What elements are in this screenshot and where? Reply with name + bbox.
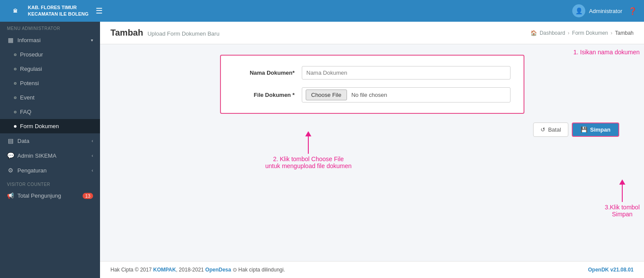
content-area: Nama Dokumen* File Dokumen * Choose File… — [100, 44, 644, 261]
dot-icon — [14, 125, 17, 128]
sidebar-item-label: Informasi — [17, 37, 40, 43]
form-row-file: File Dokumen * Choose File No file chose… — [234, 87, 511, 103]
form-card: Nama Dokumen* File Dokumen * Choose File… — [220, 55, 524, 114]
refresh-icon: ↺ — [541, 126, 545, 133]
arrow-line — [308, 136, 309, 154]
admin-user: 👤 Administrator — [572, 4, 622, 17]
dot-icon — [14, 111, 17, 113]
footer-middle-text: , 2018-2021 — [176, 267, 205, 273]
breadcrumb-current: Tambah — [615, 30, 634, 36]
sidebar-item-admin-sikema[interactable]: 💬 Admin SIKEMA ‹ — [0, 148, 100, 163]
no-file-text: No file chosen — [351, 92, 387, 98]
breadcrumb-dashboard[interactable]: Dashboard — [540, 30, 565, 36]
page-subtitle: Upload Form Dokumen Baru — [147, 30, 219, 37]
sidebar-item-label: Potensi — [20, 80, 39, 86]
sidebar-item-label: Admin SIKEMA — [17, 152, 57, 159]
admin-label: Administrator — [589, 8, 622, 14]
footer-version: OpenDK v21.08.01 — [588, 267, 634, 273]
sidebar-item-label: Regulasi — [20, 66, 42, 72]
chevron-right-icon: ‹ — [92, 168, 93, 173]
sidebar-item-label: Prosedur — [20, 51, 43, 58]
grid-icon: ▦ — [7, 36, 14, 43]
sidebar-item-form-dokumen[interactable]: Form Dokumen — [0, 119, 100, 133]
dot-icon — [14, 82, 17, 85]
sidebar-item-prosedur[interactable]: Prosedur — [0, 47, 100, 62]
footer-kompak-link[interactable]: KOMPAK — [153, 267, 176, 273]
action-bar: ↺ Batal 💾 Simpan — [110, 122, 619, 137]
annotation-step1-text: 1. Isikan nama dokumen — [573, 49, 640, 56]
sidebar-item-regulasi[interactable]: Regulasi — [0, 62, 100, 76]
footer-copyright-text: Hak Cipta © 2017 — [110, 267, 153, 273]
annotation-step3: 3.Klik tombol Simpan — [605, 179, 640, 218]
logo-icon: 🏛 — [7, 3, 23, 19]
sidebar: MENU ADMINISTRATOR ▦ Informasi ▾ Prosedu… — [0, 22, 100, 278]
footer: Hak Cipta © 2017 KOMPAK, 2018-2021 OpenD… — [100, 261, 644, 278]
megaphone-icon: 📢 — [7, 192, 14, 199]
save-icon: 💾 — [581, 126, 587, 133]
page-title-area: Tambah Upload Form Dokumen Baru — [110, 28, 220, 38]
avatar: 👤 — [572, 4, 585, 17]
file-dokumen-label: File Dokumen * — [234, 92, 295, 98]
top-header: 🏛 KAB. FLORES TIMUR KECAMATAN ILE BOLENG… — [0, 0, 644, 22]
logo-line1: KAB. FLORES TIMUR — [28, 4, 89, 11]
footer-copyright: Hak Cipta © 2017 KOMPAK, 2018-2021 OpenD… — [110, 267, 285, 273]
annotation-step3-line2: Simpan — [605, 211, 640, 218]
visitor-badge: 13 — [83, 193, 93, 199]
dot-icon — [14, 53, 17, 56]
dot-icon — [14, 68, 17, 70]
page-header: Tambah Upload Form Dokumen Baru 🏠 Dashbo… — [100, 22, 644, 44]
sidebar-item-label: FAQ — [20, 109, 31, 115]
header-left: 🏛 KAB. FLORES TIMUR KECAMATAN ILE BOLENG — [7, 3, 89, 19]
annotation-step2: 2. Klik tombol Choose File untuk mengupl… — [265, 131, 351, 169]
visitor-counter-item: 📢 Total Pengunjung 13 — [0, 189, 100, 203]
nama-dokumen-input[interactable] — [302, 66, 511, 79]
form-row-nama: Nama Dokumen* — [234, 66, 511, 79]
main-content: Tambah Upload Form Dokumen Baru 🏠 Dashbo… — [100, 22, 644, 278]
hamburger-icon[interactable]: ☰ — [96, 6, 103, 16]
comment-icon: 💬 — [7, 152, 14, 159]
sidebar-item-label: Data — [17, 138, 29, 144]
breadcrumb: 🏠 Dashboard › Form Dokumen › Tambah — [531, 30, 634, 36]
sidebar-item-data[interactable]: ▤ Data ‹ — [0, 133, 100, 148]
github-icon: ⊙ — [231, 267, 237, 273]
chevron-down-icon: ▾ — [91, 38, 93, 43]
breadcrumb-form-dokumen[interactable]: Form Dokumen — [572, 30, 608, 36]
logo-text: KAB. FLORES TIMUR KECAMATAN ILE BOLENG — [28, 4, 89, 18]
sidebar-item-pengaturan[interactable]: ⚙ Pengaturan ‹ — [0, 163, 100, 178]
logo-line2: KECAMATAN ILE BOLENG — [28, 11, 89, 17]
footer-protected-text: Hak cipta dilindungi. — [237, 267, 285, 273]
sidebar-item-label: Form Dokumen — [20, 123, 59, 129]
choose-file-button[interactable]: Choose File — [306, 89, 347, 100]
visitor-section-label: VISITOR COUNTER — [0, 178, 100, 189]
batal-label: Batal — [548, 126, 561, 133]
sidebar-item-faq[interactable]: FAQ — [0, 105, 100, 119]
logo-area: 🏛 KAB. FLORES TIMUR KECAMATAN ILE BOLENG — [7, 3, 89, 19]
batal-button[interactable]: ↺ Batal — [533, 122, 568, 137]
arrow-line-3 — [622, 185, 623, 202]
page-title: Tambah — [110, 28, 143, 38]
sidebar-item-potensi[interactable]: Potensi — [0, 76, 100, 90]
menu-section-label: MENU ADMINISTRATOR — [0, 22, 100, 33]
annotation-step1: 1. Isikan nama dokumen — [573, 49, 640, 56]
chevron-right-icon: ‹ — [92, 139, 93, 143]
footer-opendesa-link[interactable]: OpenDesa — [205, 267, 231, 273]
annotation-step2-line1: 2. Klik tombol Choose File — [265, 156, 351, 162]
sidebar-item-label: Event — [20, 94, 34, 101]
annotation-step3-line1: 3.Klik tombol — [605, 204, 640, 211]
dot-icon — [14, 96, 17, 99]
visitor-label: Total Pengunjung — [17, 192, 61, 199]
sidebar-item-informasi[interactable]: ▦ Informasi ▾ — [0, 33, 100, 47]
annotation-step2-line2: untuk mengupload file dokumen — [265, 162, 351, 169]
chevron-right-icon: ‹ — [92, 153, 93, 158]
header-right: 👤 Administrator ❓ — [572, 4, 637, 17]
sidebar-item-event[interactable]: Event — [0, 90, 100, 105]
sidebar-item-label: Pengaturan — [17, 167, 47, 174]
simpan-button[interactable]: 💾 Simpan — [572, 122, 619, 137]
help-icon[interactable]: ❓ — [628, 7, 637, 15]
arrow-up-3 — [605, 179, 640, 202]
gear-icon: ⚙ — [7, 167, 14, 174]
nama-dokumen-label: Nama Dokumen* — [234, 70, 295, 76]
simpan-label: Simpan — [590, 126, 611, 133]
header-center: ☰ — [96, 6, 573, 16]
table-icon: ▤ — [7, 137, 14, 144]
